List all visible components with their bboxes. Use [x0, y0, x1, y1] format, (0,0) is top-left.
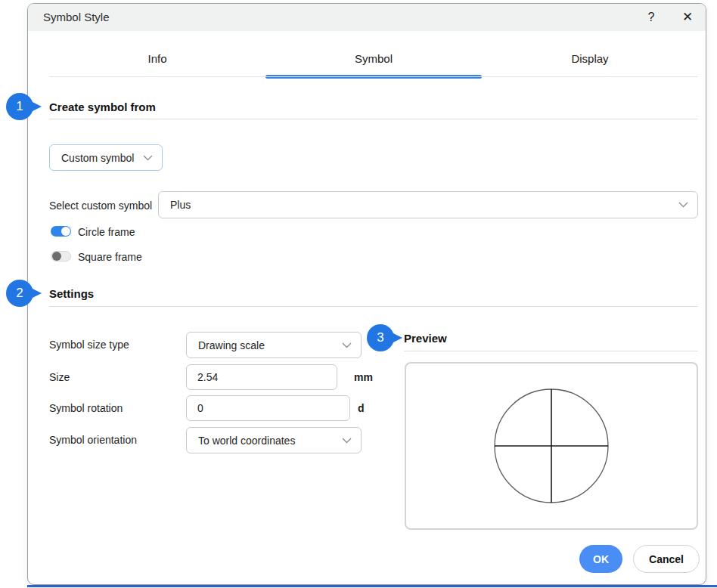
- callout-3-badge: 3: [367, 324, 394, 351]
- ok-button-label: OK: [593, 553, 609, 565]
- dialog-title: Symbol Style: [43, 4, 110, 31]
- size-label: Size: [49, 371, 70, 383]
- section-divider: [49, 306, 698, 307]
- preview-heading: Preview: [404, 332, 447, 345]
- symbol-size-type-value: Drawing scale: [198, 339, 336, 351]
- chevron-down-icon: [678, 202, 688, 208]
- symbol-orientation-value: To world coordinates: [198, 435, 336, 447]
- plus-in-circle-symbol: [406, 364, 697, 528]
- cancel-button-label: Cancel: [649, 553, 684, 565]
- symbol-source-dropdown[interactable]: Custom symbol: [49, 144, 163, 171]
- chevron-down-icon: [143, 155, 153, 161]
- tabs-baseline: [49, 76, 698, 77]
- section-divider: [49, 119, 698, 119]
- tab-display-label: Display: [571, 52, 608, 65]
- size-unit: mm: [354, 371, 373, 383]
- square-frame-label: Square frame: [78, 251, 142, 263]
- symbol-source-value: Custom symbol: [61, 152, 137, 164]
- toggle-knob: [52, 252, 61, 261]
- symbol-size-type-label: Symbol size type: [49, 339, 129, 351]
- callout-3-number: 3: [377, 330, 383, 345]
- tab-display[interactable]: Display: [482, 43, 698, 76]
- size-input[interactable]: [186, 364, 337, 390]
- square-frame-toggle[interactable]: [51, 251, 71, 262]
- callout-2-number: 2: [16, 286, 23, 301]
- create-symbol-from-heading: Create symbol from: [49, 101, 156, 113]
- custom-symbol-dropdown[interactable]: Plus: [158, 191, 698, 218]
- screenshot: Symbol Style ? ✕ Info Symbol Display Cre…: [0, 0, 717, 588]
- symbol-orientation-dropdown[interactable]: To world coordinates: [186, 427, 362, 453]
- symbol-rotation-input[interactable]: [186, 395, 350, 421]
- dialog-titlebar: Symbol Style ? ✕: [28, 4, 706, 31]
- help-icon[interactable]: ?: [641, 4, 662, 31]
- circle-frame-label: Circle frame: [78, 226, 135, 238]
- settings-heading: Settings: [49, 287, 94, 300]
- cancel-button[interactable]: Cancel: [633, 545, 700, 573]
- toggle-knob: [61, 227, 70, 236]
- tab-info[interactable]: Info: [49, 43, 265, 76]
- symbol-orientation-label: Symbol orientation: [49, 434, 137, 446]
- tab-symbol[interactable]: Symbol: [265, 43, 482, 76]
- frame-border: [27, 585, 717, 587]
- symbol-preview: [405, 362, 698, 530]
- chevron-down-icon: [342, 342, 352, 348]
- tab-symbol-label: Symbol: [355, 52, 393, 65]
- circle-frame-toggle[interactable]: [51, 226, 71, 237]
- rotation-unit: d: [358, 402, 365, 414]
- close-icon[interactable]: ✕: [677, 4, 698, 31]
- select-custom-symbol-label: Select custom symbol: [49, 200, 152, 212]
- tab-bar: Info Symbol Display: [49, 43, 698, 76]
- section-divider: [404, 351, 698, 351]
- custom-symbol-value: Plus: [170, 199, 672, 211]
- callout-1-number: 1: [16, 99, 23, 114]
- callout-2-badge: 2: [6, 280, 33, 307]
- ok-button[interactable]: OK: [579, 545, 622, 573]
- tab-info-label: Info: [147, 52, 166, 65]
- chevron-down-icon: [342, 438, 352, 444]
- symbol-rotation-label: Symbol rotation: [49, 402, 123, 414]
- callout-1-badge: 1: [6, 93, 33, 120]
- symbol-style-dialog: Symbol Style ? ✕ Info Symbol Display Cre…: [27, 3, 706, 585]
- symbol-size-type-dropdown[interactable]: Drawing scale: [186, 332, 362, 358]
